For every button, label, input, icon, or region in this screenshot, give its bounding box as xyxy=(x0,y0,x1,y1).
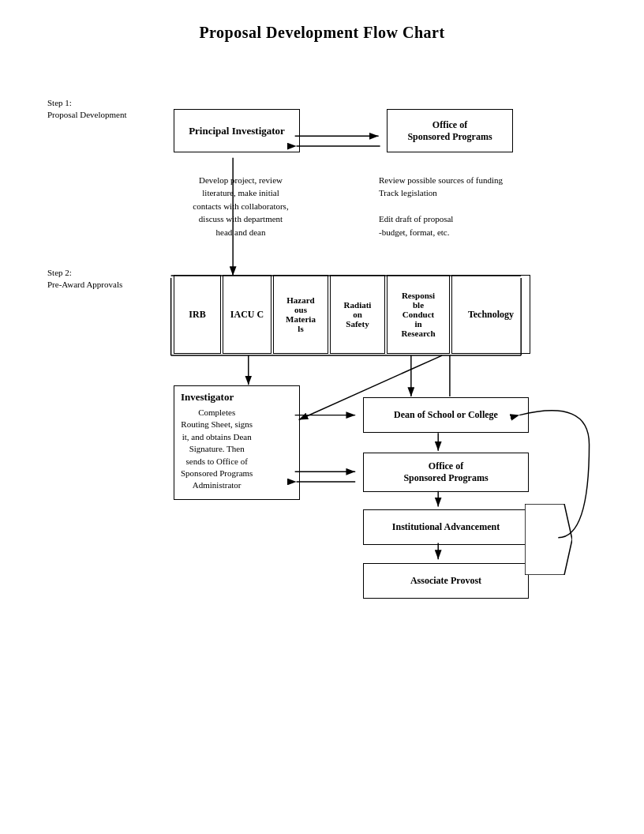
investigator-box: Investigator Completes Routing Sheet, si… xyxy=(174,385,300,500)
svg-marker-0 xyxy=(525,504,572,575)
iacu-box: IACU C xyxy=(223,275,271,354)
page-title: Proposal Development Flow Chart xyxy=(32,24,612,42)
step1-label: Step 1: Proposal Development xyxy=(47,97,127,122)
flowchart: Step 1: Proposal Development Step 2: Pre… xyxy=(32,66,612,816)
responsible-box: Responsi ble Conduct in Research xyxy=(387,275,450,354)
principal-investigator-box: Principal Investigator xyxy=(174,109,300,152)
associate-provost-box: Associate Provost xyxy=(363,563,529,599)
step2-label: Step 2: Pre-Award Approvals xyxy=(47,267,122,291)
radiation-box: Radiati on Safety xyxy=(330,275,385,354)
office-sponsored-mid-box: Office of Sponsored Programs xyxy=(363,453,529,492)
institutional-box: Institutional Advancement xyxy=(363,509,529,545)
investigator-desc: Completes Routing Sheet, signs it, and o… xyxy=(181,407,253,492)
dean-box: Dean of School or College xyxy=(363,397,529,433)
osp-description: Review possible sources of funding Track… xyxy=(379,160,537,239)
office-sponsored-top-box: Office of Sponsored Programs xyxy=(387,109,513,152)
page: Proposal Development Flow Chart Step 1: … xyxy=(0,0,644,834)
pi-description: Develop project, review literature, make… xyxy=(174,160,308,239)
hazardous-box: Hazard ous Materia ls xyxy=(273,275,328,354)
investigator-label: Investigator xyxy=(181,391,234,404)
chevron-shape xyxy=(525,504,572,575)
technology-box: Technology xyxy=(451,275,530,354)
irb-box: IRB xyxy=(174,275,221,354)
